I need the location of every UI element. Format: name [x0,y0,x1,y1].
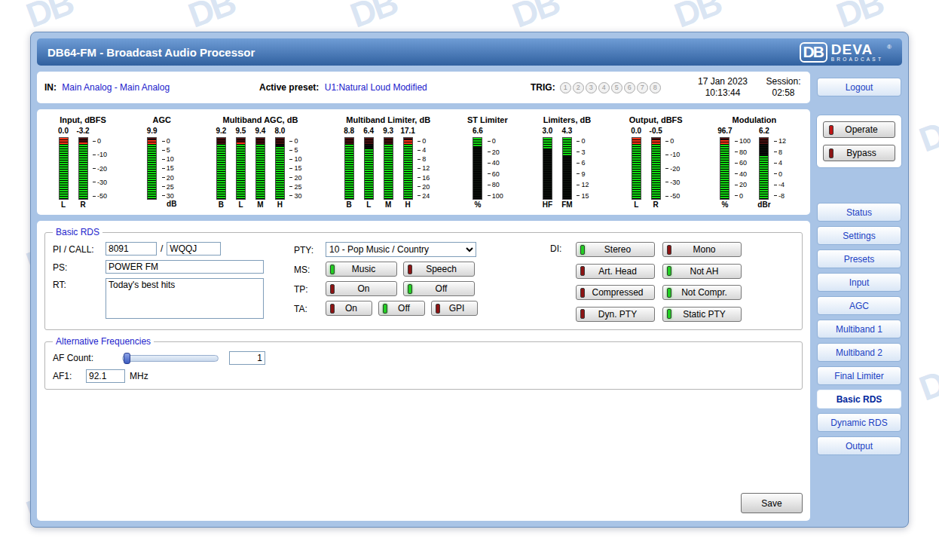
tick-mark [162,168,165,169]
trig-button-3[interactable]: 3 [586,82,597,93]
meter-value: 9.5 [236,127,246,137]
meter-unit-r: -3.2R [73,127,93,211]
meter-value: 6.2 [759,127,769,137]
sidebar-item-basic-rds[interactable]: Basic RDS [817,390,901,409]
di-button-mono[interactable]: Mono [662,242,742,257]
sidebar-item-agc[interactable]: AGC [817,296,901,315]
meter-group-limiters-db: Limiters, dB3.0HF4.3FM03691215 [537,115,596,212]
di-button-not-compr[interactable]: Not Compr. [662,285,742,300]
tick-mark [577,141,580,142]
logout-button[interactable]: Logout [817,78,901,96]
ms-button-speech[interactable]: Speech [403,262,475,277]
sidebar-item-multiband-1[interactable]: Multiband 1 [817,320,901,338]
meter-bar-label: M [385,200,391,211]
meter-bar-label: L [634,200,638,211]
trig-button-1[interactable]: 1 [560,82,571,93]
af-count-slider[interactable] [122,355,219,362]
scale-unit-label: dB [167,200,176,210]
tp-button-on[interactable]: On [326,281,397,296]
scale-label: 8 [422,156,426,162]
trig-button-6[interactable]: 6 [624,82,635,93]
scale-label: 20 [167,175,174,181]
meter-group-st-limiter: ST Limiter6.6%020406080100 [467,115,508,212]
af-count-slider-thumb[interactable] [124,353,130,364]
tp-button-off[interactable]: Off [403,281,475,296]
pty-select[interactable]: 10 - Pop Music / Country [326,242,476,257]
af-count-input[interactable] [229,351,265,365]
meter-bar-b [216,137,226,200]
meter-scale: 03691215 [577,127,596,210]
tick-mark [162,177,165,178]
meter-unit-l: 9.5L [231,127,250,211]
operate-button[interactable]: Operate [823,121,895,138]
sidebar-item-input[interactable]: Input [817,273,901,292]
scale-label: 60 [739,160,747,166]
di-label: DI: [550,242,576,323]
tick-mark [162,186,165,187]
tick-mark [735,163,738,164]
scale-label: 0 [581,138,585,144]
scale-label: 15 [581,193,589,199]
rt-textarea[interactable]: Today's best hits [106,278,264,319]
sidebar-item-output[interactable]: Output [817,436,901,455]
sidebar-nav: StatusSettingsPresetsInputAGCMultiband 1… [817,203,901,460]
sidebar-item-settings[interactable]: Settings [817,226,901,245]
tick-mark [418,159,421,160]
tick-mark [665,168,668,169]
di-button-dyn-pty[interactable]: Dyn. PTY [576,307,655,322]
tick-mark [577,173,580,174]
ps-input[interactable] [106,260,264,274]
meter-bar-l [59,137,69,200]
meter-bar-label: B [347,200,352,211]
ta-button-label: Off [387,303,421,314]
di-button-stereo[interactable]: Stereo [576,242,655,257]
call-input[interactable] [167,242,221,256]
tick-mark [735,151,738,152]
scale-label: 3 [581,149,585,155]
scale-label: 9 [581,171,585,177]
ms-button-label: Speech [412,264,470,274]
sidebar-item-status[interactable]: Status [817,203,901,222]
tick-mark [488,173,491,174]
di-button-static-pty[interactable]: Static PTY [662,307,742,322]
save-button[interactable]: Save [741,493,803,513]
di-button-not-ah[interactable]: Not AH [662,264,742,279]
ta-button-gpi[interactable]: GPI [431,301,478,316]
active-preset-label: Active preset: [259,82,319,93]
ms-label: MS: [294,263,326,275]
alternative-frequencies-legend: Alternative Frequencies [53,336,154,347]
sidebar-item-presets[interactable]: Presets [817,249,901,268]
ms-button-music[interactable]: Music [326,262,397,277]
scale-label: 16 [422,175,430,181]
af1-input[interactable] [86,369,125,383]
bypass-button[interactable]: Bypass [823,145,895,161]
watermark-logo: DB [831,0,888,36]
di-button-art-head[interactable]: Art. Head [576,264,655,279]
ta-button-on[interactable]: On [326,301,372,316]
sidebar-item-multiband-2[interactable]: Multiband 2 [817,343,901,362]
meter-bar-item [720,137,729,200]
trig-button-8[interactable]: 8 [650,82,661,93]
trig-button-4[interactable]: 4 [598,82,610,93]
meter-group-agc: AGC9.9051015202530dB [142,115,182,212]
scale-label: 0 [97,138,101,144]
tick-mark [665,196,668,197]
trig-button-5[interactable]: 5 [611,82,622,93]
sidebar-item-dynamic-rds[interactable]: Dynamic RDS [817,413,901,432]
di-button-compressed[interactable]: Compressed [576,285,655,300]
meter-group-title: Output, dBFS [629,115,683,127]
tick-mark [418,177,421,178]
trig-button-2[interactable]: 2 [573,82,584,93]
input-source-label: IN: [44,82,57,93]
scale-label: -4 [778,182,785,188]
pi-input[interactable] [106,242,157,256]
watermark-logo: DB [669,0,726,36]
ta-button-off[interactable]: Off [378,301,425,316]
tick-mark [418,186,421,187]
sidebar-item-final-limiter[interactable]: Final Limiter [817,366,901,385]
meter-value: 96.7 [717,127,732,137]
tp-button-label: On [335,283,393,294]
meter-bar-hf [543,137,552,200]
meter-bar-label: R [80,200,85,211]
trig-button-7[interactable]: 7 [637,82,648,93]
